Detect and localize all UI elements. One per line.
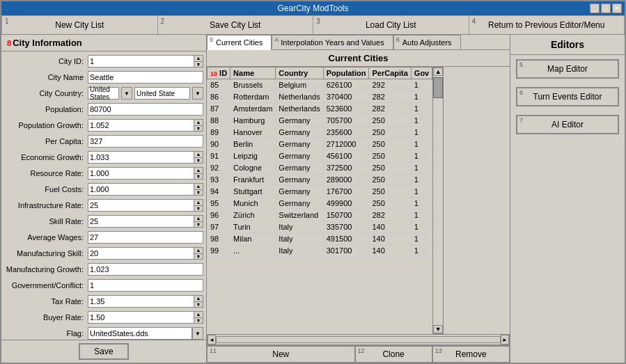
econ-growth-row: Economic Growth: ▲ ▼: [4, 150, 203, 164]
fuel-costs-down[interactable]: ▼: [194, 190, 203, 196]
table-row[interactable]: 97 Turin Italy 335700 140 1: [208, 221, 432, 233]
horizontal-scrollbar[interactable]: ◄ ►: [207, 334, 510, 345]
table-container: 10 ID Name Country Population PerCapita …: [207, 67, 510, 334]
scroll-left-arrow[interactable]: ◄: [208, 335, 216, 345]
flag-dropdown-arrow[interactable]: ▼: [192, 327, 203, 340]
cell-name: Milan: [230, 233, 276, 245]
cell-population: 2712000: [323, 139, 369, 150]
map-editor-button[interactable]: 5 Map Editor: [516, 59, 619, 79]
table-row[interactable]: 96 Zürich Switzerland 150700 282 1: [208, 209, 432, 221]
buyer-rate-up[interactable]: ▲: [194, 312, 203, 318]
scroll-thumb[interactable]: [433, 77, 443, 98]
cell-gov: 1: [411, 150, 432, 162]
per-capita-input[interactable]: [88, 135, 203, 148]
econ-growth-down[interactable]: ▼: [194, 158, 203, 164]
table-row[interactable]: 93 Frankfurt Germany 289000 250 1: [208, 174, 432, 186]
cell-id: 95: [208, 198, 230, 209]
new-city-list-button[interactable]: 1 New City List: [1, 15, 157, 34]
city-id-input[interactable]: [88, 55, 194, 68]
avg-wages-input[interactable]: [88, 231, 203, 244]
table-row[interactable]: 89 Hanover Germany 235600 250 1: [208, 127, 432, 139]
table-row[interactable]: 95 Munich Germany 499900 250 1: [208, 198, 432, 209]
table-row[interactable]: 86 Rotterdam Netherlands 370400 282 1: [208, 91, 432, 103]
buyer-rate-input[interactable]: [88, 311, 194, 324]
resource-rate-up[interactable]: ▲: [194, 168, 203, 174]
save-button[interactable]: Save: [79, 343, 128, 360]
cell-name: Munich: [230, 198, 276, 209]
country-dropdown-arrow[interactable]: ▼: [121, 87, 132, 100]
city-table-scroll[interactable]: 10 ID Name Country Population PerCapita …: [207, 67, 432, 334]
table-row[interactable]: 94 Stuttgart Germany 176700 250 1: [208, 186, 432, 198]
table-row[interactable]: 99 ... Italy 301700 140 1: [208, 245, 432, 257]
table-header-row: 10 ID Name Country Population PerCapita …: [208, 68, 432, 79]
per-capita-label: Per Capita:: [4, 137, 88, 145]
tax-rate-up[interactable]: ▲: [194, 296, 203, 302]
skill-rate-row: Skill Rate: ▲ ▼: [4, 214, 203, 228]
maximize-button[interactable]: □: [601, 3, 611, 13]
cell-gov: 1: [411, 91, 432, 103]
table-row[interactable]: 91 Leipzig Germany 456100 250 1: [208, 150, 432, 162]
cell-population: 499900: [323, 198, 369, 209]
remove-city-button[interactable]: 13 Remove: [432, 346, 510, 363]
table-row[interactable]: 87 Amsterdam Netherlands 523600 282 1: [208, 103, 432, 115]
scroll-up-arrow[interactable]: ▲: [433, 68, 443, 76]
cell-country: Netherlands: [276, 103, 323, 115]
minimize-button[interactable]: _: [590, 3, 600, 13]
infra-rate-input[interactable]: [88, 199, 194, 212]
cell-name: ...: [230, 245, 276, 257]
mfg-skill-up[interactable]: ▲: [194, 248, 203, 254]
pop-growth-input[interactable]: [88, 119, 194, 132]
city-id-up[interactable]: ▲: [194, 56, 203, 62]
mfg-skill-down[interactable]: ▼: [194, 254, 203, 260]
clone-city-button[interactable]: 12 Clone: [355, 346, 432, 363]
tab-interpolation[interactable]: A Interpolation Years and Values: [272, 35, 393, 49]
city-fields-area: City ID: ▲ ▼ City Name Cit: [1, 52, 206, 340]
econ-growth-up[interactable]: ▲: [194, 152, 203, 158]
city-name-input[interactable]: [88, 71, 203, 84]
pop-growth-up[interactable]: ▲: [194, 120, 203, 126]
country-select[interactable]: United States: [88, 87, 119, 100]
gov-conflict-input[interactable]: [88, 279, 203, 292]
col-num-header: 10 ID: [208, 68, 230, 79]
new-city-button[interactable]: 11 New: [207, 346, 355, 363]
return-previous-button[interactable]: 4 Return to Previous Editor/Menu: [469, 15, 625, 34]
tax-rate-down[interactable]: ▼: [194, 302, 203, 308]
state-select[interactable]: United State: [134, 87, 190, 100]
scroll-down-arrow[interactable]: ▼: [433, 325, 443, 333]
table-scrollbar[interactable]: ▲ ▼: [432, 67, 444, 334]
load-city-list-button[interactable]: 3 Load City List: [313, 15, 469, 34]
skill-rate-down[interactable]: ▼: [194, 222, 203, 228]
resource-rate-input[interactable]: [88, 167, 194, 180]
close-button[interactable]: ✕: [612, 3, 622, 13]
infra-rate-down[interactable]: ▼: [194, 206, 203, 212]
infra-rate-up[interactable]: ▲: [194, 200, 203, 206]
table-row[interactable]: 92 Cologne Germany 372500 250 1: [208, 162, 432, 174]
tax-rate-input[interactable]: [88, 295, 194, 308]
city-id-row: City ID: ▲ ▼: [4, 54, 203, 68]
save-city-list-button[interactable]: 2 Save City List: [157, 15, 313, 34]
pop-growth-down[interactable]: ▼: [194, 126, 203, 132]
econ-growth-input[interactable]: [88, 151, 194, 164]
skill-rate-up[interactable]: ▲: [194, 216, 203, 222]
state-dropdown-arrow[interactable]: ▼: [192, 87, 203, 100]
tab-current-cities[interactable]: 9 Current Cities: [207, 35, 272, 50]
fuel-costs-up[interactable]: ▲: [194, 184, 203, 190]
table-row[interactable]: 85 Brussels Belgium 626100 292 1: [208, 79, 432, 91]
turn-events-editor-button[interactable]: 6 Turn Events Editor: [516, 87, 619, 106]
mfg-growth-label: Manufacturing Growth:: [4, 265, 88, 274]
ai-editor-button[interactable]: 7 AI Editor: [516, 115, 619, 134]
skill-rate-input[interactable]: [88, 215, 194, 228]
fuel-costs-input[interactable]: [88, 183, 194, 196]
mfg-growth-input[interactable]: [88, 263, 203, 276]
buyer-rate-down[interactable]: ▼: [194, 318, 203, 324]
city-id-down[interactable]: ▼: [194, 62, 203, 68]
population-input[interactable]: [88, 103, 203, 116]
table-row[interactable]: 88 Hamburg Germany 705700 250 1: [208, 115, 432, 127]
tab-auto-adjusters[interactable]: 6 Auto Adjusters: [393, 35, 461, 49]
mfg-skill-input[interactable]: [88, 247, 194, 260]
table-row[interactable]: 98 Milan Italy 491500 140 1: [208, 233, 432, 245]
resource-rate-down[interactable]: ▼: [194, 174, 203, 180]
scroll-right-arrow[interactable]: ►: [501, 335, 509, 345]
editors-title: Editors: [510, 35, 625, 55]
table-row[interactable]: 90 Berlin Germany 2712000 250 1: [208, 139, 432, 150]
